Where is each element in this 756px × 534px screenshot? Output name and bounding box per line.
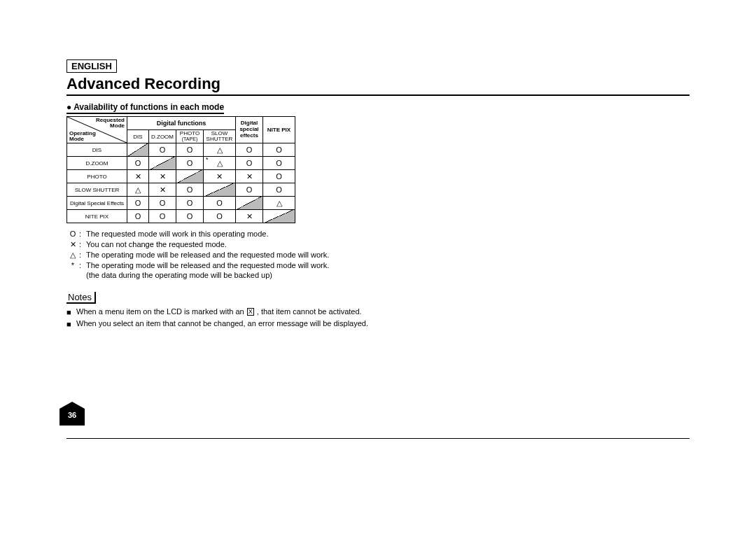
row-label: PHOTO — [67, 170, 127, 183]
cell: O — [127, 197, 149, 210]
note2: When you select an item that cannot be c… — [76, 318, 368, 329]
boxed-x-icon: X — [247, 308, 254, 316]
cell: O — [149, 143, 176, 157]
cell: ✕ — [149, 170, 176, 183]
language-badge: ENGLISH — [66, 59, 117, 73]
subtitle-text: Availability of functions in each mode — [74, 102, 224, 112]
legend-x-sym: ✕ — [66, 239, 79, 250]
cell — [149, 157, 176, 170]
cell: O — [263, 183, 295, 197]
cell — [127, 143, 149, 157]
note1-part2: , that item cannot be activated. — [257, 307, 362, 316]
legend: O:The requested mode will work in this o… — [66, 229, 690, 281]
cell: O — [176, 157, 204, 170]
header-slow: SLOW SHUTTER — [204, 130, 236, 143]
cell: O — [176, 210, 204, 223]
header-dse-l2: special — [239, 126, 258, 132]
row-label: Digital Special Effects — [67, 197, 127, 210]
legend-x-text: You can not change the requested mode. — [86, 239, 690, 250]
legend-star-text: The operating mode will be released and … — [86, 260, 690, 271]
cell: O — [176, 143, 204, 157]
footer-line — [66, 438, 690, 442]
cell: O — [263, 143, 295, 157]
table-row: PHOTO✕✕✕✕O — [67, 170, 295, 183]
cell: O — [204, 210, 236, 223]
header-photo-l2: (TAPE) — [182, 136, 197, 141]
cell: O — [127, 210, 149, 223]
cell: O — [127, 157, 149, 170]
cell: ✕ — [204, 170, 236, 183]
corner-mode2: Mode — [69, 136, 84, 142]
table-row: SLOW SHUTTER△✕OOO — [67, 183, 295, 197]
row-label: D.ZOOM — [67, 157, 127, 170]
legend-tri-text: The operating mode will be released and … — [86, 250, 690, 260]
cell: O — [236, 183, 263, 197]
table-row: D.ZOOMOO△OO — [67, 157, 295, 170]
cell: ✕ — [236, 210, 263, 223]
cell: ✕ — [236, 170, 263, 183]
note1-part1: When a menu item on the LCD is marked wi… — [76, 307, 244, 316]
row-label: SLOW SHUTTER — [67, 183, 127, 197]
table-row: DISOO△OO — [67, 143, 295, 157]
corner-mode1: Mode — [110, 122, 125, 129]
cell — [263, 210, 295, 223]
cell — [176, 170, 204, 183]
table-row: NITE PIXOOOO✕ — [67, 210, 295, 223]
row-label: NITE PIX — [67, 210, 127, 223]
cell: O — [263, 157, 295, 170]
header-dis: DIS — [127, 130, 149, 143]
notes-label: Notes — [66, 292, 96, 304]
cell: ✕ — [127, 170, 149, 183]
bullet-icon: ■ — [66, 307, 76, 318]
table-row: Digital Special EffectsOOOO△ — [67, 197, 295, 210]
cell: O — [149, 210, 176, 223]
header-dse: Digital special effects — [236, 117, 263, 143]
bullet-icon: ■ — [66, 318, 76, 330]
header-dse-l1: Digital — [241, 120, 258, 126]
header-dzoom: D.ZOOM — [149, 130, 176, 143]
cell: O — [236, 143, 263, 157]
title-rule — [66, 94, 690, 96]
page-number-badge: 36 — [59, 402, 85, 426]
cell: O — [149, 197, 176, 210]
notes-list: ■ When a menu item on the LCD is marked … — [66, 307, 690, 330]
page-title: Advanced Recording — [66, 75, 690, 93]
page-number: 36 — [68, 411, 76, 419]
legend-indent: (the data during the operating mode will… — [66, 270, 690, 281]
header-digital-functions: Digital functions — [127, 117, 236, 130]
cell: O — [263, 170, 295, 183]
legend-tri-sym: △ — [66, 250, 79, 260]
modes-table: Requested Mode Operating Mode Digital fu… — [66, 116, 295, 223]
legend-o-text: The requested mode will work in this ope… — [86, 229, 690, 239]
header-photo: PHOTO (TAPE) — [176, 130, 204, 143]
header-photo-l1: PHOTO — [180, 130, 200, 136]
cell: O — [204, 197, 236, 210]
cell — [236, 197, 263, 210]
section-subtitle: ● Availability of functions in each mode — [66, 102, 224, 114]
table-corner: Requested Mode Operating Mode — [67, 117, 127, 143]
header-dse-l3: effects — [240, 132, 258, 139]
header-nitepix: NITE PIX — [263, 117, 295, 143]
cell: O — [176, 183, 204, 197]
cell: △ — [127, 183, 149, 197]
cell: ✕ — [149, 183, 176, 197]
cell: △ — [204, 157, 236, 170]
cell — [204, 183, 236, 197]
legend-o-sym: O — [66, 229, 79, 239]
cell: △ — [204, 143, 236, 157]
legend-star-sym: * — [66, 260, 79, 271]
cell: O — [176, 197, 204, 210]
cell: O — [236, 157, 263, 170]
row-label: DIS — [67, 143, 127, 157]
cell: △ — [263, 197, 295, 210]
header-slow-l2: SHUTTER — [206, 136, 233, 142]
subtitle-bullet: ● — [66, 102, 71, 112]
